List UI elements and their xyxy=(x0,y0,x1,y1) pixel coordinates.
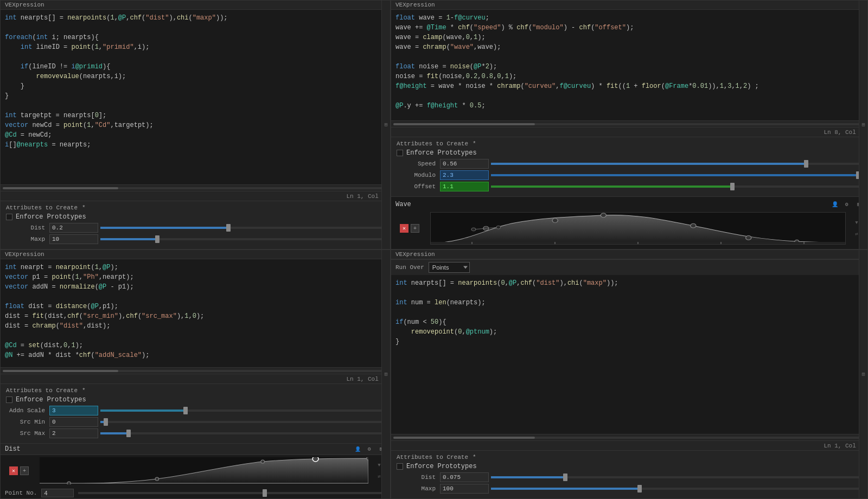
param-label-dist-br: Dist xyxy=(397,474,440,481)
param-input-modulo[interactable] xyxy=(440,170,489,180)
dist-canvas xyxy=(40,457,368,484)
bottom-left-code[interactable]: int nearpt = nearpoint(1,@P); vector p1 … xyxy=(1,259,390,367)
point-no-input[interactable] xyxy=(41,489,74,497)
param-input-addn[interactable] xyxy=(49,406,98,415)
bottom-right-attr-asterisk: * xyxy=(473,454,476,460)
top-right-code[interactable]: float wave = 1-f@curveu; wave += @Time *… xyxy=(391,10,867,120)
top-left-attr-label: Attributes to Create xyxy=(6,204,78,211)
top-right-attr-label: Attributes to Create xyxy=(397,140,468,147)
top-left-enforce-checkbox[interactable] xyxy=(6,214,12,220)
svg-point-15 xyxy=(312,457,318,462)
top-right-attr-asterisk: * xyxy=(473,140,476,147)
param-label-src-max: Src Max xyxy=(6,430,49,437)
dist-header: Dist 👤 ⚙ ⊞ xyxy=(1,444,390,455)
svg-point-1 xyxy=(552,219,558,223)
slider-maxp-tl[interactable] xyxy=(100,238,385,240)
expand-icon-tl[interactable]: ⊞ xyxy=(383,120,388,129)
param-row-src-max: Src Max xyxy=(6,428,385,438)
svg-point-3 xyxy=(691,223,696,228)
point-no-slider[interactable] xyxy=(78,492,386,494)
top-left-attributes: Attributes to Create * Enforce Prototype… xyxy=(1,201,390,249)
slider-dist-br[interactable] xyxy=(491,476,862,478)
run-over-select[interactable]: Points Primitives Detail Vertices xyxy=(429,262,470,273)
svg-point-2 xyxy=(601,213,606,217)
slider-speed[interactable] xyxy=(491,163,862,165)
param-input-maxp-br[interactable] xyxy=(440,484,489,494)
dist-section: Dist 👤 ⚙ ⊞ ✕ + xyxy=(1,443,390,498)
svg-point-9 xyxy=(496,226,501,229)
top-right-enforce-checkbox[interactable] xyxy=(397,150,403,156)
param-label-offset: Offset xyxy=(397,183,440,190)
bottom-right-title: VEXpression xyxy=(391,250,867,259)
wave-icons: 👤 ⚙ ⊞ xyxy=(831,200,863,209)
param-label-maxp-tl: Maxp xyxy=(6,236,49,242)
param-label-speed: Speed xyxy=(397,161,440,167)
bottom-right-scrollbar-h[interactable] xyxy=(391,434,867,440)
param-input-offset[interactable] xyxy=(440,182,489,191)
top-left-code[interactable]: int nearpts[] = nearpoints(1,@P,chf("dis… xyxy=(1,10,390,184)
slider-offset[interactable] xyxy=(491,185,862,188)
dist-add-btn[interactable]: + xyxy=(20,466,29,475)
wave-add-btn[interactable]: + xyxy=(411,224,419,233)
wave-gear-icon[interactable]: ⚙ xyxy=(843,200,851,209)
bottom-left-attributes: Attributes to Create * Enforce Prototype… xyxy=(1,383,390,443)
top-left-scrollbar-h[interactable] xyxy=(1,184,390,191)
param-label-src-min: Src Min xyxy=(6,419,49,425)
top-left-status: Ln 1, Col 1 xyxy=(1,191,390,201)
param-label-modulo: Modulo xyxy=(397,172,440,178)
slider-dist-tl[interactable] xyxy=(100,227,385,229)
top-right-panel: VEXpression float wave = 1-f@curveu; wav… xyxy=(391,0,868,250)
bottom-left-scrollbar-h[interactable] xyxy=(1,367,390,374)
wave-close-btn[interactable]: ✕ xyxy=(400,224,409,233)
param-row-maxp-br: Maxp xyxy=(397,484,862,494)
top-left-side-controls: ⊞ xyxy=(381,1,390,249)
param-row-dist-br: Dist xyxy=(397,472,862,482)
param-label-maxp-br: Maxp xyxy=(397,485,440,492)
wave-person-icon[interactable]: 👤 xyxy=(831,200,839,209)
bottom-right-enforce-label: Enforce Prototypes xyxy=(406,463,477,470)
bottom-left-panel: VEXpression int nearpt = nearpoint(1,@P)… xyxy=(0,250,391,499)
svg-point-12 xyxy=(261,460,264,463)
param-label-addn: Addn Scale xyxy=(6,407,49,414)
dist-curve-controls: ✕ + xyxy=(5,465,33,476)
param-label-dist-tl: Dist xyxy=(6,225,49,231)
param-input-speed[interactable] xyxy=(440,159,489,169)
top-right-side-controls: ⊞ xyxy=(859,1,867,249)
dist-person-icon[interactable]: 👤 xyxy=(353,445,362,453)
param-input-src-max[interactable] xyxy=(49,428,98,438)
param-input-src-min[interactable] xyxy=(49,417,98,427)
wave-canvas xyxy=(430,212,846,245)
bottom-right-enforce-checkbox[interactable] xyxy=(397,463,403,470)
param-input-maxp-tl[interactable] xyxy=(49,234,98,244)
bottom-left-enforce-checkbox[interactable] xyxy=(6,396,12,403)
param-input-dist-br[interactable] xyxy=(440,472,489,482)
expand-icon-tr[interactable]: ⊞ xyxy=(860,120,866,129)
run-over-select-wrapper[interactable]: Points Primitives Detail Vertices xyxy=(429,262,470,273)
expand-icon-bl[interactable]: ⊞ xyxy=(383,370,388,379)
dist-icons: 👤 ⚙ ⊞ xyxy=(353,445,386,453)
dist-close-btn[interactable]: ✕ xyxy=(9,466,18,475)
svg-point-11 xyxy=(155,477,158,481)
param-row-speed: Speed xyxy=(397,159,862,169)
slider-src-min[interactable] xyxy=(100,421,385,423)
svg-point-4 xyxy=(746,236,751,240)
bottom-left-enforce-label: Enforce Prototypes xyxy=(16,396,86,404)
svg-point-8 xyxy=(471,228,476,231)
param-row-offset: Offset xyxy=(397,182,862,191)
dist-gear-icon[interactable]: ⚙ xyxy=(365,445,374,453)
param-row-dist-tl: Dist xyxy=(6,223,385,233)
slider-addn[interactable] xyxy=(100,410,385,412)
slider-maxp-br[interactable] xyxy=(491,488,862,490)
top-right-scrollbar-h[interactable] xyxy=(391,120,867,127)
param-input-dist-tl[interactable] xyxy=(49,223,98,233)
expand-icon-br[interactable]: ⊞ xyxy=(860,370,866,379)
top-left-panel: VEXpression int nearpts[] = nearpoints(1… xyxy=(0,0,391,250)
slider-src-max[interactable] xyxy=(100,432,385,434)
run-over-row: Run Over Points Primitives Detail Vertic… xyxy=(391,259,867,275)
bottom-right-status: Ln 1, Col 1 xyxy=(391,440,867,450)
param-row-src-min: Src Min xyxy=(6,417,385,427)
slider-modulo[interactable] xyxy=(491,174,862,176)
bottom-right-code[interactable]: int nearpts[] = nearpoints(0,@P,chf("dis… xyxy=(391,275,867,434)
bottom-right-panel: VEXpression Run Over Points Primitives D… xyxy=(391,250,868,499)
param-row-addn: Addn Scale xyxy=(6,406,385,415)
